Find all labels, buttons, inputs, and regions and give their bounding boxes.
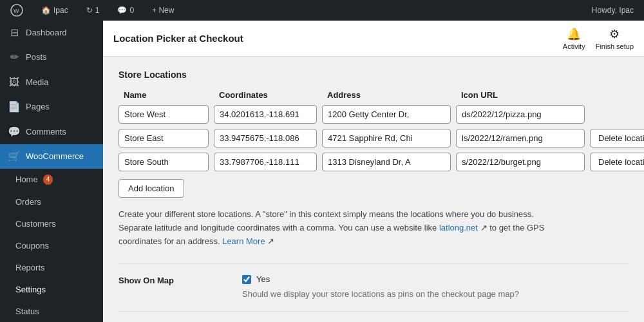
comments-button[interactable]: 💬 0	[112, 0, 139, 21]
help-text: Create your different store locations. A…	[118, 208, 569, 248]
posts-icon: ✏	[8, 50, 21, 64]
top-bar-actions: 🔔 Activity ⚙ Finish setup	[563, 27, 634, 50]
sidebar-item-media[interactable]: 🖼 Media	[0, 70, 103, 95]
latlong-link[interactable]: latlong.net	[439, 223, 478, 232]
sidebar-item-settings[interactable]: Settings	[0, 279, 103, 301]
pages-icon: 📄	[8, 100, 21, 114]
page-title: Location Picker at Checkout	[113, 33, 243, 44]
svg-text:W: W	[14, 8, 19, 14]
location-address-input-3[interactable]	[322, 153, 451, 171]
location-icon-input-2[interactable]	[456, 129, 585, 147]
show-on-map-section: Show On Map Yes Should we display your s…	[118, 263, 629, 301]
woocommerce-icon: 🛒	[8, 149, 21, 164]
show-on-map-description: Should we display your store locations a…	[242, 288, 629, 301]
column-name: Name	[118, 90, 209, 100]
sidebar-item-orders[interactable]: Orders	[0, 191, 103, 213]
finish-setup-icon: ⚙	[609, 27, 620, 41]
location-address-input-2[interactable]	[322, 129, 451, 147]
location-row-3: Delete location	[118, 153, 629, 171]
column-actions	[590, 90, 629, 100]
sidebar-item-woocommerce[interactable]: 🛒 WooCommerce	[0, 144, 103, 169]
location-row-1	[118, 105, 629, 124]
page-content: Store Locations Name Coordinates Address…	[103, 57, 644, 322]
sidebar-item-dashboard[interactable]: ⊟ Dashboard	[0, 21, 103, 45]
show-on-map-checkbox-label: Yes	[256, 274, 270, 284]
activity-button[interactable]: 🔔 Activity	[563, 27, 585, 50]
main-layout: ⊟ Dashboard ✏ Posts 🖼 Media 📄 Pages 💬 Co…	[0, 21, 644, 322]
sidebar-item-pages[interactable]: 📄 Pages	[0, 95, 103, 119]
sidebar-item-comments[interactable]: 💬 Comments	[0, 120, 103, 144]
location-icon-input-3[interactable]	[456, 153, 585, 171]
comments-icon: 💬	[117, 6, 127, 15]
location-icon-input-1[interactable]	[456, 105, 585, 124]
location-name-input-1[interactable]	[118, 105, 209, 124]
sidebar-item-home[interactable]: Home 4	[0, 169, 103, 191]
sidebar-item-status[interactable]: Status	[0, 301, 103, 322]
top-bar: Location Picker at Checkout 🔔 Activity ⚙…	[103, 21, 644, 57]
new-content-button[interactable]: + New	[147, 0, 179, 21]
activity-icon: 🔔	[567, 27, 581, 41]
howdy-button[interactable]: Howdy, Ipac	[587, 0, 639, 21]
dashboard-icon: ⊟	[8, 26, 21, 40]
location-coords-input-3[interactable]	[214, 153, 317, 171]
location-name-input-3[interactable]	[118, 153, 209, 171]
sidebar-item-posts[interactable]: ✏ Posts	[0, 45, 103, 70]
finish-setup-button[interactable]: ⚙ Finish setup	[596, 27, 634, 50]
table-header: Name Coordinates Address Icon URL	[118, 90, 629, 105]
learn-more-link[interactable]: Learn More	[222, 236, 265, 246]
show-on-map-control: Yes Should we display your store locatio…	[242, 274, 629, 301]
sidebar: ⊟ Dashboard ✏ Posts 🖼 Media 📄 Pages 💬 Co…	[0, 21, 103, 322]
admin-bar: W 🏠 Ipac ↻ 1 💬 0 + New Howdy, Ipac	[0, 0, 644, 21]
show-on-map-row: Show On Map Yes Should we display your s…	[118, 274, 629, 301]
location-coords-input-1[interactable]	[214, 105, 317, 124]
display-store-selector-section: Display Store Selector on Checkout Page …	[118, 311, 629, 322]
add-location-button[interactable]: Add location	[118, 179, 184, 198]
admin-bar-left: W 🏠 Ipac ↻ 1 💬 0 + New	[5, 0, 179, 21]
home-icon: 🏠	[41, 6, 51, 15]
updates-icon: ↻	[86, 6, 93, 15]
store-locations-title: Store Locations	[118, 70, 629, 80]
admin-bar-right: Howdy, Ipac	[587, 0, 639, 21]
updates-button[interactable]: ↻ 1	[81, 0, 105, 21]
sidebar-item-reports[interactable]: Reports	[0, 257, 103, 279]
home-badge: 4	[43, 175, 53, 185]
site-name-button[interactable]: 🏠 Ipac	[36, 0, 73, 21]
content-area: Location Picker at Checkout 🔔 Activity ⚙…	[103, 21, 644, 322]
comments-bubble-icon: 💬	[8, 125, 21, 139]
column-address: Address	[322, 90, 451, 100]
show-on-map-label: Show On Map	[118, 274, 222, 301]
media-icon: 🖼	[8, 75, 21, 90]
wp-logo-button[interactable]: W	[5, 0, 28, 21]
location-row-2: Delete location	[118, 129, 629, 147]
column-coordinates: Coordinates	[214, 90, 317, 100]
sidebar-item-customers[interactable]: Customers	[0, 213, 103, 235]
location-name-input-2[interactable]	[118, 129, 209, 147]
show-on-map-checkbox-row: Yes	[242, 274, 629, 284]
sidebar-item-coupons[interactable]: Coupons	[0, 235, 103, 257]
show-on-map-checkbox[interactable]	[242, 275, 251, 284]
delete-location-button-3[interactable]: Delete location	[590, 153, 644, 171]
delete-location-button-2[interactable]: Delete location	[590, 129, 644, 147]
column-icon-url: Icon URL	[456, 90, 585, 100]
location-coords-input-2[interactable]	[214, 129, 317, 147]
location-address-input-1[interactable]	[322, 105, 451, 124]
